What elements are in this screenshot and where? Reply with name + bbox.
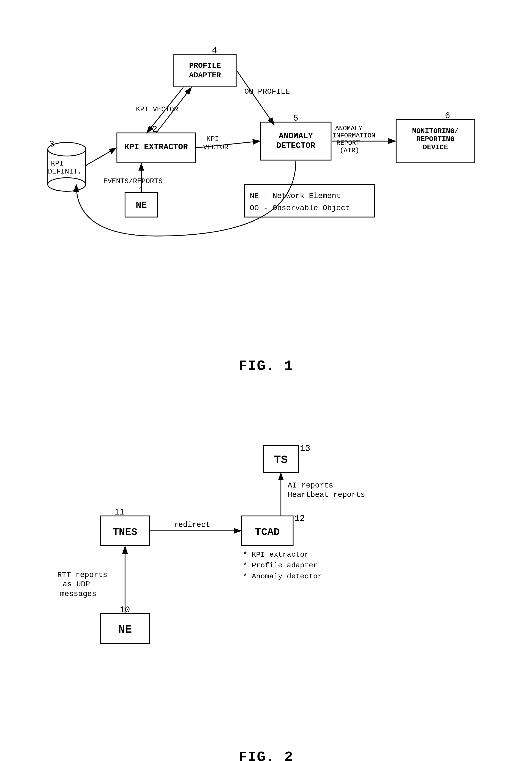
num-tcad: 12 xyxy=(294,514,305,523)
fig1-diagram: 3 KPI DEFINIT. 2 KPI EXTRACTOR 4 PROFILE… xyxy=(22,17,510,347)
svg-point-1 xyxy=(48,178,86,191)
svg-line-10 xyxy=(85,148,116,165)
legend-line1: NE - Network Element xyxy=(250,192,341,200)
kpi-vector-right-label2: VECTOR xyxy=(203,144,229,151)
num-kpi-definit: 3 xyxy=(49,139,55,149)
num-tnes: 11 xyxy=(114,507,125,517)
ts-label: TS xyxy=(274,454,288,466)
ai-reports-label: AI reports xyxy=(288,481,333,490)
kpi-definit-label: KPI xyxy=(51,160,64,168)
monitoring-label3: DEVICE xyxy=(423,144,448,151)
detector-label: DETECTOR xyxy=(276,141,315,150)
tcad-anomaly-detector: * Anomaly detector xyxy=(243,572,322,581)
rtt-reports-label2: as UDP xyxy=(63,580,90,589)
section-divider xyxy=(22,391,510,391)
rtt-reports-label3: messages xyxy=(60,590,96,598)
events-reports-label: EVENTS/REPORTS xyxy=(103,177,163,185)
kpi-definit-label2: DEFINIT. xyxy=(48,168,82,176)
ne-fig2-label: NE xyxy=(118,623,132,636)
legend-line2: OO - Observable Object xyxy=(250,204,350,212)
monitoring-label1: MONITORING/ xyxy=(412,127,459,135)
tnes-label: TNES xyxy=(113,526,137,538)
num-ts: 13 xyxy=(300,444,310,453)
ne-label: NE xyxy=(136,200,147,210)
rtt-reports-label1: RTT reports xyxy=(57,571,107,579)
page: 3 KPI DEFINIT. 2 KPI EXTRACTOR 4 PROFILE… xyxy=(0,0,532,761)
monitoring-label2: REPORTING xyxy=(416,135,454,143)
tcad-label: TCAD xyxy=(255,526,280,538)
anomaly-info-label4: (AIR) xyxy=(340,147,359,154)
adapter-label: ADAPTER xyxy=(189,71,221,80)
num-profile-adapter: 4 xyxy=(212,46,217,55)
oo-profile-label: OO PROFILE xyxy=(244,87,290,96)
anomaly-label: ANOMALY xyxy=(279,131,313,141)
profile-label: PROFILE xyxy=(189,61,221,70)
tcad-kpi-extractor: * KPI extractor xyxy=(243,551,309,559)
fig2-diagram: 13 TS AI reports Heartbeat reports 11 TN… xyxy=(22,408,510,738)
kpi-vector-up-label: KPI VECTOR xyxy=(136,105,178,113)
anomaly-info-label1: ANOMALY xyxy=(335,125,362,132)
kpi-vector-right-label: KPI xyxy=(206,135,219,143)
num-monitoring: 6 xyxy=(445,111,450,121)
svg-rect-5 xyxy=(174,54,237,87)
heartbeat-label: Heartbeat reports xyxy=(288,491,365,499)
fig1-title: FIG. 1 xyxy=(22,358,510,374)
kpi-extractor-label: KPI EXTRACTOR xyxy=(125,143,188,152)
anomaly-info-label3: REPORT xyxy=(337,139,360,147)
anomaly-info-label2: INFORMATION xyxy=(333,132,375,139)
svg-line-13 xyxy=(237,71,274,125)
tcad-profile-adapter: * Profile adapter xyxy=(243,561,318,569)
num-anomaly-detector: 5 xyxy=(293,113,298,123)
redirect-label: redirect xyxy=(174,521,210,529)
fig2-title: FIG. 2 xyxy=(22,749,510,761)
